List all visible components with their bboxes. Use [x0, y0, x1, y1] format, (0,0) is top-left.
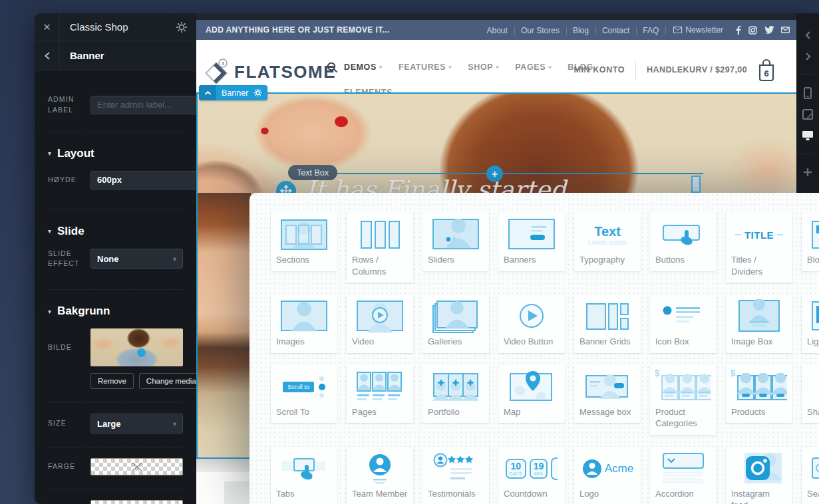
- divider: [48, 289, 183, 290]
- nav-item-demos[interactable]: DEMOS▾: [344, 63, 383, 72]
- desktop-icon[interactable]: [796, 127, 819, 144]
- element-card-tabs[interactable]: Tabs: [271, 447, 337, 504]
- cart-link[interactable]: HANDLEKURV / $297,00: [647, 65, 747, 74]
- element-card-share-icons[interactable]: Share icons: [802, 365, 819, 424]
- topbar-link[interactable]: Our Stores: [514, 26, 566, 35]
- element-card-map[interactable]: Map: [498, 365, 565, 424]
- element-card-image-box[interactable]: Image Box: [726, 295, 792, 353]
- chevron-right-icon[interactable]: [796, 48, 819, 65]
- add-element-button[interactable]: +: [486, 166, 503, 182]
- element-card-sliders[interactable]: Sliders: [422, 213, 489, 271]
- collapse-icon[interactable]: [199, 85, 216, 100]
- element-card-typography[interactable]: TextLorem ipsumTypography: [574, 213, 641, 271]
- element-card-search[interactable]: Search: [802, 447, 819, 504]
- section-slide[interactable]: ▾ Slide: [48, 225, 183, 238]
- element-card-video-button[interactable]: Video Button: [498, 295, 565, 353]
- galleries-icon: [428, 299, 484, 334]
- element-card-banners[interactable]: Banners: [498, 213, 565, 271]
- gear-icon[interactable]: [253, 88, 267, 97]
- nav-item-shop[interactable]: SHOP▾: [468, 63, 499, 72]
- image-buttons: Remove Change media: [90, 373, 183, 389]
- products-icon: $: [731, 370, 787, 404]
- element-card-video[interactable]: Video: [347, 295, 413, 353]
- element-card-message-box[interactable]: Message box: [574, 365, 641, 424]
- brand-logo[interactable]: 3 FLATSOME: [205, 59, 336, 85]
- height-row: HØYDE: [48, 171, 183, 189]
- close-icon[interactable]: ✕: [35, 13, 60, 41]
- resize-handle[interactable]: [691, 176, 701, 193]
- element-card-images[interactable]: Images: [271, 295, 337, 353]
- element-card-lightbox[interactable]: Lightbox: [802, 295, 819, 353]
- chevron-down-icon: ▾: [548, 64, 552, 70]
- background-image-thumb[interactable]: [90, 328, 183, 366]
- page-title: Classic Shop: [60, 21, 176, 33]
- topbar-link[interactable]: Blog: [566, 26, 595, 35]
- topbar-link[interactable]: Contact: [595, 26, 636, 35]
- nav-item-features[interactable]: FEATURES▾: [399, 63, 452, 72]
- flatsome-diamond-icon: 3: [205, 59, 229, 85]
- element-card-countdown[interactable]: 10DAYS19MINCountdown: [498, 447, 565, 504]
- height-input[interactable]: [90, 171, 196, 189]
- color-swatch[interactable]: [90, 458, 183, 475]
- element-card-label: Rows / Columns: [352, 254, 408, 277]
- admin-label-input[interactable]: [90, 96, 196, 114]
- element-card-galleries[interactable]: Galleries: [422, 295, 489, 353]
- gear-icon[interactable]: [176, 21, 196, 33]
- cart-bag-icon[interactable]: 6: [755, 57, 778, 82]
- blocks-icon: [807, 217, 819, 252]
- element-grid-row: SectionsRows / ColumnsSlidersBannersText…: [271, 213, 819, 283]
- chevron-down-icon: ▾: [379, 64, 383, 70]
- triangle-icon: ▾: [48, 150, 51, 157]
- overlay-swatch[interactable]: [90, 500, 183, 504]
- element-card-label: Banners: [504, 254, 560, 266]
- back-icon[interactable]: [35, 41, 60, 70]
- change-media-button[interactable]: Change media: [139, 373, 196, 389]
- plus-icon[interactable]: [796, 164, 819, 181]
- element-card-titles-dividers[interactable]: TITLETitles / Dividers: [726, 213, 792, 283]
- element-card-rows-columns[interactable]: Rows / Columns: [347, 213, 413, 283]
- element-card-instagram-feed[interactable]: Instagram feed: [726, 447, 792, 504]
- search-icon[interactable]: [327, 62, 338, 76]
- element-card-label: Logo: [579, 488, 635, 500]
- size-select[interactable]: Large ▾: [90, 414, 183, 434]
- element-card-testimonials[interactable]: Testimonials: [422, 447, 489, 504]
- twitter-icon[interactable]: [764, 26, 774, 34]
- element-card-label: Portfolio: [428, 406, 484, 418]
- element-card-pages[interactable]: Pages: [347, 365, 413, 424]
- topbar-links: AboutOur StoresBlogContactFAQ Newsletter: [480, 24, 790, 36]
- phone-icon[interactable]: [796, 84, 819, 102]
- remove-button[interactable]: Remove: [90, 373, 134, 389]
- product-categories-icon: $: [655, 370, 711, 404]
- element-card-team-member[interactable]: Team Member: [347, 447, 413, 504]
- topbar-link[interactable]: About: [480, 26, 514, 35]
- element-card-buttons[interactable]: Buttons: [650, 213, 717, 271]
- chevron-left-icon[interactable]: [796, 27, 819, 44]
- divider: [48, 447, 183, 447]
- element-card-product-categories[interactable]: $Product Categories: [650, 365, 717, 435]
- element-card-portfolio[interactable]: Portfolio: [422, 365, 489, 424]
- element-card-products[interactable]: $Products: [726, 365, 792, 424]
- tablet-icon[interactable]: [796, 106, 819, 123]
- instagram-icon[interactable]: [748, 26, 757, 35]
- svg-text:6: 6: [764, 68, 768, 78]
- slide-effect-select[interactable]: None ▾: [90, 249, 183, 269]
- element-card-sections[interactable]: Sections: [271, 213, 337, 271]
- element-card-blocks[interactable]: Blocks: [802, 213, 819, 271]
- topbar-link[interactable]: FAQ: [636, 26, 665, 35]
- element-card-label: Titles / Dividers: [731, 254, 787, 277]
- element-card-accordion[interactable]: Accordion: [650, 447, 717, 504]
- email-icon[interactable]: [781, 27, 790, 33]
- facebook-icon[interactable]: [735, 26, 741, 35]
- accordion-icon: [655, 451, 711, 486]
- element-card-scroll-to[interactable]: Scroll toScroll To: [271, 365, 337, 424]
- banner-element-chip[interactable]: Banner: [199, 85, 267, 100]
- focal-point-dot[interactable]: [137, 348, 146, 357]
- section-layout[interactable]: ▾ Layout: [48, 147, 183, 160]
- newsletter-link[interactable]: Newsletter: [665, 25, 730, 35]
- element-card-icon-box[interactable]: Icon Box: [650, 295, 717, 353]
- element-card-logo[interactable]: AcmeLogo: [574, 447, 641, 504]
- account-link[interactable]: MIN KONTO: [573, 65, 625, 74]
- element-card-banner-grids[interactable]: Banner Grids: [574, 295, 641, 353]
- section-background[interactable]: ▾ Bakgrunn: [48, 305, 183, 318]
- nav-item-pages[interactable]: PAGES▾: [515, 63, 552, 72]
